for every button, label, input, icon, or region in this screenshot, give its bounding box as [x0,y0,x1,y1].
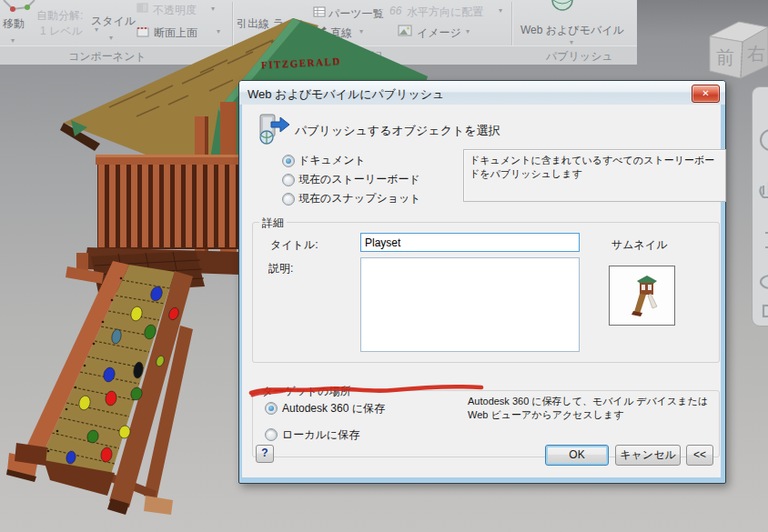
image-icon [398,25,412,36]
navigation-icons [753,87,768,326]
ribbon-section-top-button[interactable]: 断面上面 [154,25,197,41]
radio-local[interactable] [265,428,278,441]
climbing-holds [66,285,181,464]
ribbon-auto-explode-label: 自動分解: [36,8,83,24]
post [220,102,237,256]
radio-snapshot[interactable] [282,193,295,206]
section-caret-icon[interactable]: ▾ [217,27,220,35]
thumbnail-preview [609,266,675,326]
radio-autodesk360-label[interactable]: Autodesk 360 に保存 [282,401,385,417]
railing [97,162,239,249]
style-caret-icon[interactable]: ▾ [109,34,113,42]
cancel-button[interactable]: キャンセル [615,445,681,466]
ribbon-group-publish: パブリッシュ [546,49,613,65]
opacity-caret-icon[interactable]: ▾ [211,5,215,13]
pan-hand-icon [760,183,768,197]
title-label: タイトル: [270,237,318,253]
ribbon-parts-list-button[interactable]: パーツ一覧 [328,6,384,22]
box-icon [763,306,768,316]
ribbon-align-horizontal-button[interactable]: 水平方向に配置 [407,5,483,20]
radio-snapshot-label[interactable]: 現在のスナップショット [298,191,421,206]
wall-left-rail [22,261,129,464]
ribbon-web-mobile-button[interactable]: Web およびモバイル [520,23,624,38]
title-input[interactable] [360,233,580,252]
move-caret-icon[interactable]: ▾ [11,36,15,45]
help-button[interactable]: ? [256,445,274,463]
explode-icon [0,0,36,15]
ribbon-auto-explode-value: 1 レベル [40,24,83,39]
ribbon-opacity-button[interactable]: 不透明度 [153,3,197,18]
navigation-bar[interactable] [752,86,768,326]
globe-icon [551,0,573,11]
align-caret-icon[interactable]: ▾ [499,6,502,15]
image-caret-icon[interactable]: ▾ [466,27,470,35]
target-legend: ターゲットの場所 [259,384,353,399]
radio-storyboard[interactable] [282,174,295,186]
climbing-wall-face [38,265,175,480]
radio-autodesk360[interactable] [265,402,278,415]
deck [84,247,239,275]
dialog-client-area: パブリッシュするオブジェクトを選択 ドキュメント 現在のストーリーボード 現在の… [242,105,721,477]
ribbon-move-button[interactable]: 移動 [3,16,25,32]
target-description: Autodesk 360 に保存して、モバイル デバイスまたは Web ビューア… [468,395,715,422]
parts-list-icon [313,6,326,17]
wall-right-rail [109,271,193,507]
dialog-title: Web およびモバイルにパブリッシュ [248,86,444,103]
thumbnail-image [610,266,674,325]
ribbon-style-button[interactable]: スタイル [91,14,136,29]
support-leg [144,326,193,500]
orbit-icon [761,130,768,150]
cube-front-label: 前 [716,47,734,67]
ribbon-label-button[interactable]: ラベル [273,16,307,32]
post [195,116,208,255]
ribbon-leader-button[interactable]: 引出線 [237,16,269,32]
ribbon-group-annotation: 注記 [360,49,382,65]
selection-info-box: ドキュメントに含まれているすべてのストーリーボードをパブリッシュします [463,149,726,202]
align-horizontal-icon: 66 [389,5,401,17]
railing-top-rail [96,155,239,165]
description-label: 説明: [268,261,293,276]
ribbon-line-button[interactable]: 直線 [330,25,352,41]
radio-local-label[interactable]: ローカルに保存 [282,427,359,443]
section-top-icon [136,25,150,37]
radio-document[interactable] [282,155,295,167]
ribbon-group-component: コンポーネント [68,49,147,65]
ribbon-image-button[interactable]: イメージ [417,25,461,41]
thumbnail-label: サムネイル [611,237,667,253]
description-input[interactable] [360,257,580,352]
publish-dialog: Web およびモバイルにパブリッシュ ✕ パブリッシュするオブジェクトを選択 ド… [238,80,726,484]
ribbon: 移動 ▾ 自動分解: 1 レベル ▾ スタイル ▾ 不透明度 ▾ 断面上面 ▾ … [0,0,637,65]
dialog-titlebar[interactable]: Web およびモバイルにパブリッシュ ✕ [239,81,725,105]
cube-right-label: 右 [747,44,765,64]
line-caret-icon[interactable]: ▾ [359,27,363,35]
radio-storyboard-label[interactable]: 現在のストーリーボード [298,172,420,187]
close-button[interactable]: ✕ [692,85,720,103]
ok-button[interactable]: OK [545,445,609,466]
app-window: 移動 ▾ 自動分解: 1 レベル ▾ スタイル ▾ 不透明度 ▾ 断面上面 ▾ … [0,0,768,532]
opacity-icon [136,3,149,13]
dialog-header: パブリッシュするオブジェクトを選択 [295,123,500,139]
details-legend: 詳細 [259,216,287,231]
radio-document-label[interactable]: ドキュメント [298,153,366,168]
line-icon [313,25,327,37]
publish-objects-icon [258,114,291,145]
look-at-icon [761,276,768,288]
collapse-button[interactable]: << [686,445,713,466]
